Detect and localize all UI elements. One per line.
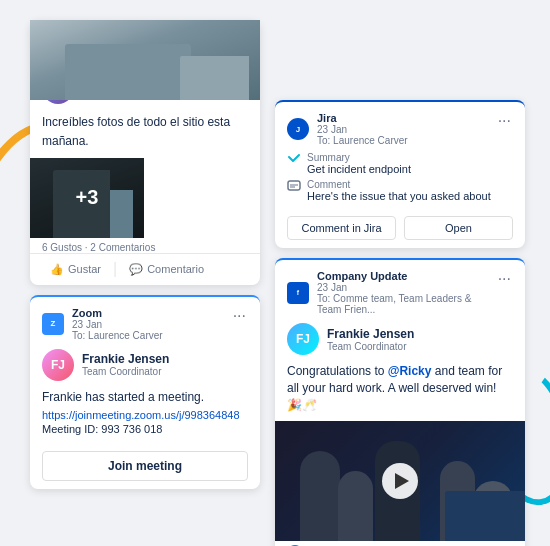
workplace-like-label: Gustar <box>68 263 101 275</box>
zoom-user-name: Frankie Jensen <box>82 352 169 366</box>
zoom-body-text: Frankie has started a meeting. <box>42 389 248 406</box>
company-user-row: FJ Frankie Jensen Team Coordinator <box>275 319 525 359</box>
jira-more-icon[interactable]: ··· <box>496 112 513 130</box>
footer-separator: | <box>113 260 117 278</box>
company-header-left: f Company Update 23 Jan To: Comme team, … <box>287 270 496 315</box>
zoom-more-icon[interactable]: ··· <box>231 307 248 325</box>
jira-actions: Comment in Jira Open <box>275 208 525 248</box>
zoom-join-btn[interactable]: Join meeting <box>42 451 248 481</box>
workplace-comment-btn[interactable]: 💬 Comentario <box>121 260 212 279</box>
company-user-name: Frankie Jensen <box>327 327 414 341</box>
workplace-like-btn[interactable]: 👍 Gustar <box>42 260 109 279</box>
zoom-card-header: Z Zoom 23 Jan To: Laurence Carver ··· <box>30 297 260 345</box>
company-app-name: Company Update <box>317 270 496 282</box>
zoom-app-name: Zoom <box>72 307 163 319</box>
jira-app-name: Jira <box>317 112 408 124</box>
zoom-user-info: Frankie Jensen Team Coordinator <box>82 352 169 377</box>
jira-summary-content: Summary Get incident endpoint <box>307 152 411 175</box>
company-more-icon[interactable]: ··· <box>496 270 513 288</box>
silhouette-1 <box>300 451 340 541</box>
workplace-card-body: Increíbles fotos de todo el sitio esta m… <box>30 108 260 158</box>
company-to: To: Comme team, Team Leaders & Team Frie… <box>317 293 496 315</box>
zoom-user-row: FJ Frankie Jensen Team Coordinator <box>30 345 260 385</box>
company-icon: f <box>287 282 309 304</box>
right-column: J Jira 23 Jan To: Laurence Carver ··· Su… <box>275 100 525 546</box>
zoom-date: 23 Jan <box>72 319 163 330</box>
jira-summary-value: Get incident endpoint <box>307 163 411 175</box>
workplace-body-text: Increíbles fotos de todo el sitio esta m… <box>42 115 230 148</box>
jira-comment-icon <box>287 180 301 194</box>
jira-summary-row: Summary Get incident endpoint <box>275 150 525 177</box>
company-meta: Company Update 23 Jan To: Comme team, Te… <box>317 270 496 315</box>
company-user-info: Frankie Jensen Team Coordinator <box>327 327 414 352</box>
zoom-icon: Z <box>42 313 64 335</box>
jira-card-header: J Jira 23 Jan To: Laurence Carver ··· <box>275 102 525 150</box>
comment-icon: 💬 <box>129 263 143 276</box>
jira-summary-label: Summary <box>307 152 411 163</box>
photo-overlay: +3 <box>30 158 144 238</box>
company-likes-row: 👍 93 Likes · 125 Comments <box>275 541 525 546</box>
silhouette-2 <box>338 471 373 541</box>
jira-icon: J <box>287 118 309 140</box>
zoom-meeting-link[interactable]: https://joinmeeting.zoom.us/j/998364848 <box>42 409 240 421</box>
workplace-comment-label: Comentario <box>147 263 204 275</box>
jira-meta: Jira 23 Jan To: Laurence Carver <box>317 112 408 146</box>
left-column: W Actualizar 12 Junio Para: Fuerza de ti… <box>30 20 260 489</box>
photo-left <box>30 20 260 100</box>
jira-comment-btn[interactable]: Comment in Jira <box>287 216 396 240</box>
jira-date: 23 Jan <box>317 124 408 135</box>
stage <box>445 491 525 541</box>
workplace-photo-grid: +3 <box>30 158 260 238</box>
zoom-card-body: Frankie has started a meeting. https://j… <box>30 385 260 444</box>
jira-summary-icon <box>287 153 301 167</box>
photo-right: +3 <box>30 158 144 238</box>
workplace-card: W Actualizar 12 Junio Para: Fuerza de ti… <box>30 20 260 285</box>
zoom-to: To: Laurence Carver <box>72 330 163 341</box>
workplace-stats: 6 Gustos · 2 Comentarios <box>30 238 260 253</box>
jira-card: J Jira 23 Jan To: Laurence Carver ··· Su… <box>275 100 525 248</box>
jira-open-btn[interactable]: Open <box>404 216 513 240</box>
play-triangle-icon <box>395 473 409 489</box>
jira-to: To: Laurence Carver <box>317 135 408 146</box>
play-button[interactable] <box>382 463 418 499</box>
zoom-card: Z Zoom 23 Jan To: Laurence Carver ··· FJ… <box>30 295 260 490</box>
photo-count: +3 <box>76 186 99 209</box>
company-card: f Company Update 23 Jan To: Comme team, … <box>275 258 525 546</box>
jira-comment-label: Comment <box>307 179 491 190</box>
company-user-role: Team Coordinator <box>327 341 414 352</box>
zoom-header-left: Z Zoom 23 Jan To: Laurence Carver <box>42 307 163 341</box>
company-body-text: Congratulations to @Ricky and team for a… <box>287 363 513 413</box>
jira-comment-content: Comment Here's the issue that you asked … <box>307 179 491 202</box>
zoom-user-role: Team Coordinator <box>82 366 169 377</box>
company-card-body: Congratulations to @Ricky and team for a… <box>275 359 525 421</box>
jira-comment-row: Comment Here's the issue that you asked … <box>275 177 525 204</box>
jira-header-left: J Jira 23 Jan To: Laurence Carver <box>287 112 408 146</box>
company-mention: @Ricky <box>388 364 432 378</box>
thumb-up-icon: 👍 <box>50 263 64 276</box>
company-card-header: f Company Update 23 Jan To: Comme team, … <box>275 260 525 319</box>
company-video[interactable] <box>275 421 525 541</box>
company-date: 23 Jan <box>317 282 496 293</box>
zoom-meeting-id: Meeting ID: 993 736 018 <box>42 423 248 435</box>
zoom-avatar: FJ <box>42 349 74 381</box>
jira-comment-value: Here's the issue that you asked about <box>307 190 491 202</box>
workplace-footer: 👍 Gustar | 💬 Comentario <box>30 253 260 285</box>
zoom-meta: Zoom 23 Jan To: Laurence Carver <box>72 307 163 341</box>
company-avatar: FJ <box>287 323 319 355</box>
